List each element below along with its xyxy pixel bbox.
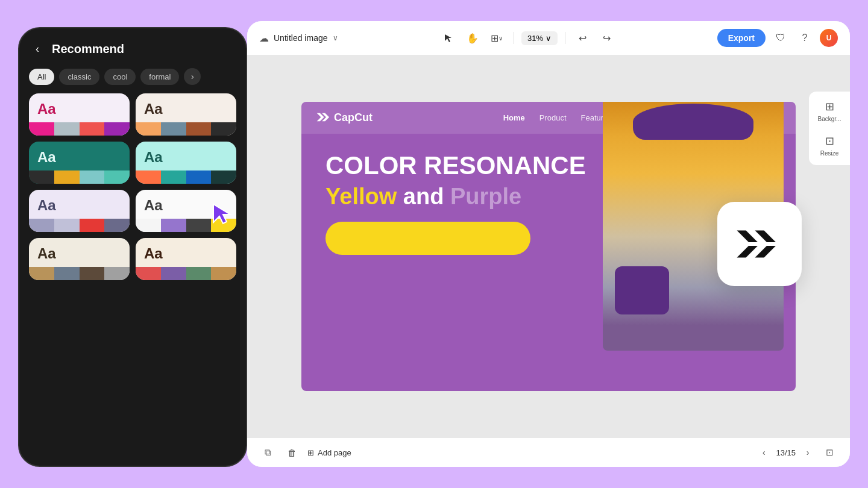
card-1-swatches (29, 122, 130, 136)
page-indicator: 13/15 (776, 448, 796, 457)
nav-home[interactable]: Home (503, 113, 525, 122)
filter-more-button[interactable]: › (184, 68, 201, 85)
phone-header: ‹ Recommend (29, 38, 236, 60)
card-3-aa: Aa (37, 149, 56, 166)
swatch (54, 170, 80, 184)
filter-tab-classic[interactable]: classic (59, 69, 99, 85)
back-button[interactable]: ‹ (29, 40, 46, 57)
pointer-tool-button[interactable] (439, 28, 458, 48)
card-5-aa: Aa (37, 197, 56, 214)
card-3-swatches (29, 170, 130, 184)
hand-tool-button[interactable]: ✋ (463, 28, 482, 48)
color-card-7[interactable]: Aa (29, 238, 130, 280)
filter-tab-all[interactable]: All (29, 69, 54, 85)
swatch (104, 122, 130, 136)
svg-rect-2 (732, 242, 787, 246)
swatch (54, 267, 80, 280)
file-name: Untitled image (274, 33, 328, 43)
background-panel-item[interactable]: ⊞ Backgr... (809, 94, 850, 128)
redo-button[interactable]: ↪ (597, 28, 616, 48)
swatch (211, 170, 236, 184)
help-icon-button[interactable]: ? (796, 29, 814, 47)
resize-panel-item[interactable]: ⊡ Resize (809, 128, 850, 163)
card-5-swatches (29, 219, 130, 232)
user-avatar[interactable]: U (820, 29, 838, 47)
swatch (211, 122, 236, 136)
card-4-aa: Aa (144, 149, 163, 166)
swatch (54, 122, 80, 136)
layout-icon: ⊞ (491, 33, 498, 44)
site-logo: CapCut (316, 111, 373, 124)
swatch (186, 170, 212, 184)
app-container: ‹ Recommend All classic cool formal › Aa (18, 21, 850, 467)
add-page-button[interactable]: ⊞ Add page (307, 448, 351, 457)
filter-tab-cool[interactable]: cool (104, 69, 136, 85)
zoom-selector[interactable]: 31% ∨ (521, 31, 558, 45)
filter-tab-formal[interactable]: formal (140, 69, 179, 85)
delete-icon-button[interactable]: 🗑 (283, 444, 300, 461)
card-7-swatches (29, 267, 130, 280)
bag-shape (615, 266, 669, 314)
duplicate-icon-button[interactable]: ⧉ (259, 444, 276, 461)
filename-dropdown-icon[interactable]: ∨ (333, 34, 338, 42)
cursor-icon (211, 202, 233, 226)
card-2-swatches (136, 122, 236, 136)
bottom-left: ⧉ 🗑 ⊞ Add page (259, 444, 351, 461)
color-card-6[interactable]: Aa (136, 190, 236, 232)
swatch (186, 122, 212, 136)
card-8-swatches (136, 267, 236, 280)
cards-grid: Aa Aa (29, 93, 236, 280)
color-card-5[interactable]: Aa (29, 190, 130, 232)
hero-and-text: and (403, 184, 450, 209)
color-card-3[interactable]: Aa (29, 142, 130, 184)
bottom-bar: ⧉ 🗑 ⊞ Add page ‹ 13/15 › ⊡ (247, 437, 850, 467)
hand-icon: ✋ (467, 33, 479, 44)
export-button[interactable]: Export (717, 29, 766, 47)
capcut-nav-logo: CapCut (316, 111, 373, 124)
bottom-right: ‹ 13/15 › ⊡ (756, 444, 838, 461)
back-icon: ‹ (36, 43, 39, 55)
hero-purple-text: Purple (450, 184, 521, 209)
color-card-4[interactable]: Aa (136, 142, 236, 184)
fullscreen-icon-button[interactable]: ⊡ (821, 444, 838, 461)
color-card-2[interactable]: Aa (136, 93, 236, 136)
hat-shape (633, 104, 753, 140)
color-card-8[interactable]: Aa (136, 238, 236, 280)
capcut-logo-overlay (717, 202, 802, 286)
toolbar-center: ✋ ⊞ ∨ 31% ∨ ↩ (439, 28, 616, 48)
swatch (80, 219, 105, 232)
hero-yellow-text: Yellow (326, 184, 397, 209)
page-current: 13 (776, 448, 784, 457)
swatch (104, 267, 130, 280)
layout-dropdown-icon: ∨ (498, 35, 503, 42)
shield-icon-button[interactable]: 🛡 (772, 29, 790, 47)
swatch (80, 170, 105, 184)
cloud-icon: ☁ (259, 33, 269, 44)
layout-tool-button[interactable]: ⊞ ∨ (487, 28, 506, 48)
toolbar-left: ☁ Untitled image ∨ (259, 33, 338, 44)
swatch (136, 219, 161, 232)
redo-icon: ↪ (603, 33, 611, 44)
toolbar-right: Export 🛡 ? U (717, 29, 838, 47)
undo-button[interactable]: ↩ (573, 28, 592, 48)
background-label: Backgr... (818, 116, 841, 122)
next-page-button[interactable]: › (800, 445, 815, 460)
card-4-top: Aa (136, 142, 236, 170)
nav-product[interactable]: Product (539, 113, 567, 122)
pointer-icon (444, 33, 453, 43)
svg-marker-1 (445, 34, 451, 42)
card-7-aa: Aa (37, 245, 56, 262)
toolbar-divider-2 (565, 32, 565, 44)
card-2-top: Aa (136, 93, 236, 122)
resize-label: Resize (820, 150, 839, 157)
color-card-1[interactable]: Aa (29, 93, 130, 136)
swatch (211, 267, 236, 280)
swatch (80, 122, 105, 136)
prev-page-button[interactable]: ‹ (756, 445, 771, 460)
card-7-top: Aa (29, 238, 130, 267)
swatch (136, 122, 161, 136)
card-4-swatches (136, 170, 236, 184)
side-panel: ⊞ Backgr... ⊡ Resize (809, 92, 850, 165)
zoom-value: 31% (527, 34, 543, 43)
swatch (161, 219, 186, 232)
